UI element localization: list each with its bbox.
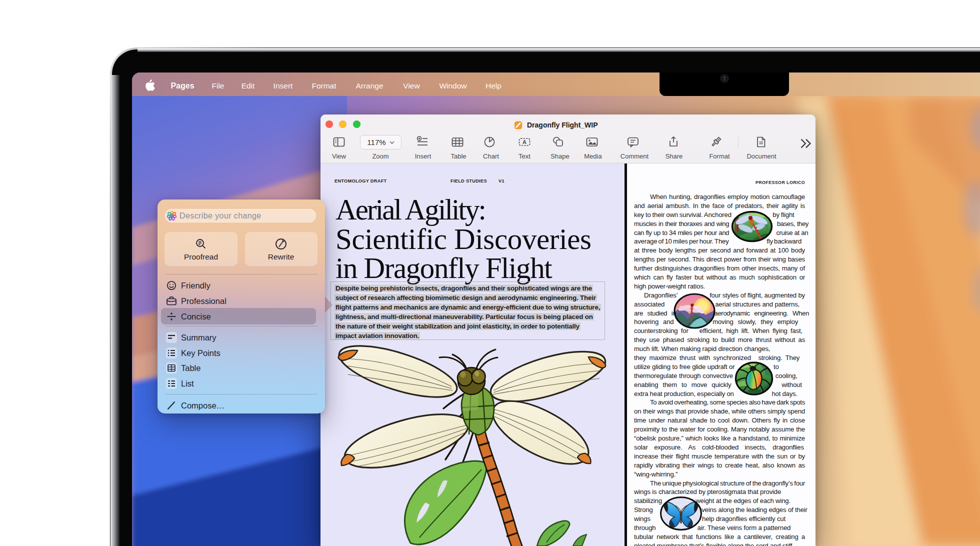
svg-text:A: A — [522, 139, 526, 145]
